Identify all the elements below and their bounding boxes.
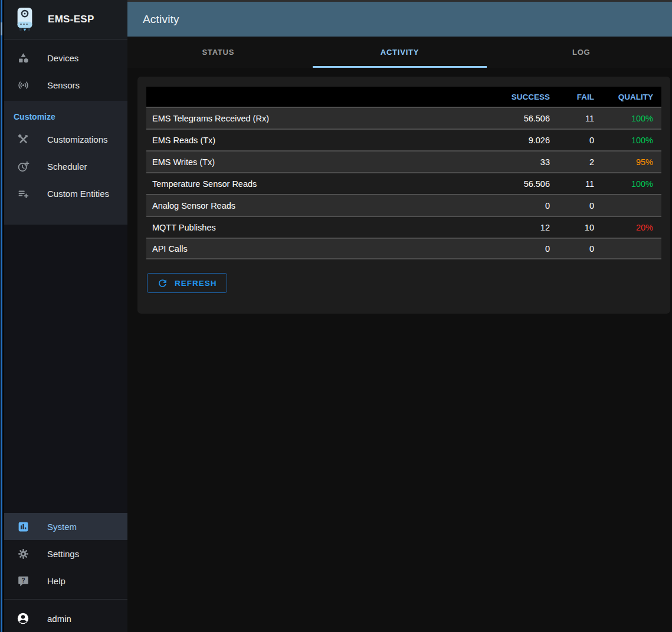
svg-text:?: ?: [21, 577, 25, 583]
table-header-row: SUCCESS FAIL QUALITY: [146, 87, 661, 107]
window-edge-accent: [1, 0, 2, 632]
sidebar-item-admin[interactable]: admin: [4, 605, 127, 632]
success-value: 56.506: [499, 107, 558, 129]
quality-cell: 100%: [602, 107, 661, 129]
metric-name: API Calls: [146, 238, 499, 259]
quality-cell: 95%: [602, 150, 661, 172]
sidebar-divider: [4, 599, 127, 600]
refresh-button[interactable]: REFRESH: [147, 273, 227, 293]
quality-cell: 100%: [602, 129, 661, 150]
success-value: 56.506: [499, 172, 558, 194]
quality-cell: 20%: [602, 216, 661, 238]
tab-bar: STATUS ACTIVITY LOG: [127, 37, 672, 68]
column-success: SUCCESS: [499, 87, 558, 107]
app-logo-icon: [13, 6, 37, 32]
column-quality: QUALITY: [602, 87, 661, 107]
tab-log[interactable]: LOG: [490, 37, 672, 68]
success-value: 12: [499, 216, 558, 238]
quality-cell: [602, 238, 661, 259]
fail-value: 2: [558, 150, 602, 172]
help-icon: ?: [16, 574, 30, 588]
sidebar-item-scheduler[interactable]: Scheduler: [4, 153, 127, 180]
bar-chart-icon: [16, 519, 30, 534]
sidebar-spacer: [4, 225, 127, 513]
success-value: 0: [499, 194, 558, 216]
construction-icon: [16, 132, 30, 146]
metric-name: Temperature Sensor Reads: [146, 172, 499, 194]
more-time-icon: [16, 159, 30, 173]
page-title: Activity: [143, 13, 179, 26]
fail-value: 0: [558, 194, 602, 216]
quality-cell: 100%: [602, 172, 661, 194]
refresh-button-label: REFRESH: [175, 279, 217, 288]
tab-status[interactable]: STATUS: [127, 37, 309, 68]
sidebar: EMS-ESP Devices: [4, 0, 127, 632]
tab-activity[interactable]: ACTIVITY: [309, 37, 491, 68]
window-edge-thumb: [1, 22, 2, 35]
quality-value: 100%: [631, 179, 653, 189]
table-row: Temperature Sensor Reads 56.506 11 100%: [146, 172, 661, 194]
activity-table: SUCCESS FAIL QUALITY EMS Telegrams Recei…: [146, 87, 661, 259]
table-row: Analog Sensor Reads 0 0: [146, 194, 661, 216]
sidebar-item-system[interactable]: System: [4, 513, 127, 540]
table-row: MQTT Publishes 12 10 20%: [146, 216, 661, 238]
app-header: EMS-ESP: [4, 0, 127, 40]
sidebar-item-settings[interactable]: Settings: [4, 540, 127, 567]
playlist-add-icon: [16, 186, 30, 200]
sensors-icon: [16, 78, 30, 92]
metric-name: EMS Telegrams Received (Rx): [146, 107, 499, 129]
quality-cell: [602, 194, 661, 216]
fail-value: 11: [558, 172, 602, 194]
username-label: admin: [47, 614, 71, 624]
window-edge: [0, 0, 4, 632]
table-row: API Calls 0 0: [146, 238, 661, 259]
fail-value: 10: [558, 216, 602, 238]
metric-name: Analog Sensor Reads: [146, 194, 499, 216]
sidebar-item-label: System: [47, 522, 77, 532]
topbar: Activity: [127, 2, 672, 37]
success-value: 0: [499, 238, 558, 259]
tab-label: ACTIVITY: [381, 48, 419, 57]
refresh-icon: [157, 278, 168, 289]
success-value: 33: [499, 150, 558, 172]
quality-value: 100%: [631, 136, 653, 145]
quality-value: 95%: [636, 157, 653, 167]
success-value: 9.026: [499, 129, 558, 150]
sidebar-item-devices[interactable]: Devices: [4, 44, 127, 71]
fail-value: 0: [558, 238, 602, 259]
sidebar-item-label: Sensors: [47, 80, 80, 90]
sidebar-item-custom-entities[interactable]: Custom Entities: [4, 180, 127, 207]
gear-icon: [16, 547, 30, 561]
tab-label: STATUS: [202, 48, 234, 57]
column-fail: FAIL: [558, 87, 602, 107]
table-row: EMS Writes (Tx) 33 2 95%: [146, 150, 661, 172]
sidebar-item-label: Help: [47, 576, 65, 586]
sidebar-item-label: Custom Entities: [47, 189, 109, 199]
account-circle-icon: [16, 611, 30, 626]
sidebar-nav-top: Devices Sensors: [4, 40, 127, 101]
sidebar-item-sensors[interactable]: Sensors: [4, 71, 127, 98]
metric-name: EMS Reads (Tx): [146, 129, 499, 150]
sidebar-item-label: Devices: [47, 53, 78, 63]
quality-value: 100%: [631, 114, 653, 123]
sidebar-section-customize: Customize Customizations: [4, 101, 127, 225]
sidebar-nav-bottom: System: [4, 513, 127, 594]
fail-value: 0: [558, 129, 602, 150]
sidebar-item-label: Scheduler: [47, 162, 87, 172]
screen: EMS-ESP Devices: [0, 0, 672, 632]
category-icon: [16, 51, 30, 65]
app-name: EMS-ESP: [48, 14, 94, 25]
quality-value: 20%: [636, 223, 653, 232]
sidebar-item-help[interactable]: ? Help: [4, 567, 127, 594]
table-row: EMS Reads (Tx) 9.026 0 100%: [146, 129, 661, 150]
table-row: EMS Telegrams Received (Rx) 56.506 11 10…: [146, 107, 661, 129]
sidebar-item-customizations[interactable]: Customizations: [4, 126, 127, 153]
tab-label: LOG: [572, 48, 591, 57]
metric-name: MQTT Publishes: [146, 216, 499, 238]
fail-value: 11: [558, 107, 602, 129]
sidebar-item-label: Settings: [47, 549, 79, 559]
activity-card: SUCCESS FAIL QUALITY EMS Telegrams Recei…: [137, 77, 670, 314]
sidebar-item-label: Customizations: [47, 134, 108, 144]
customize-section-header: Customize: [4, 104, 127, 126]
metric-name: EMS Writes (Tx): [146, 150, 499, 172]
